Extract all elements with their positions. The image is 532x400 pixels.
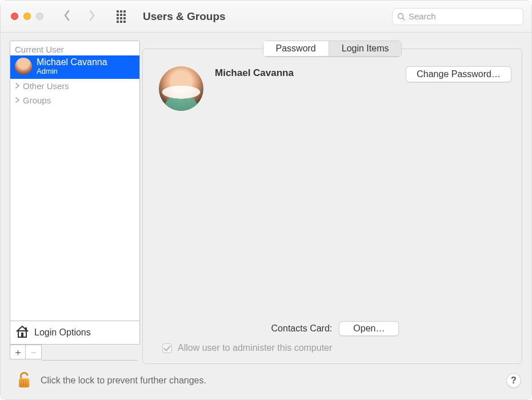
search-icon xyxy=(397,13,405,21)
lock-footer: Click the lock to prevent further change… xyxy=(1,364,531,399)
minimize-window-button[interactable] xyxy=(23,13,31,20)
search-placeholder: Search xyxy=(409,11,436,21)
close-window-button[interactable] xyxy=(11,13,18,20)
svg-line-1 xyxy=(403,18,405,20)
show-all-prefs-button[interactable] xyxy=(115,11,127,22)
lock-footer-text: Click the lock to prevent further change… xyxy=(41,375,206,386)
login-options-button[interactable]: Login Options xyxy=(10,321,139,344)
open-contacts-card-button[interactable]: Open… xyxy=(339,321,399,336)
body: Current User Michael Cavanna Admin Other… xyxy=(1,33,531,364)
sidebar-group-groups[interactable]: Groups xyxy=(10,93,139,107)
add-remove-bar: ＋ － xyxy=(10,345,138,361)
users-sidebar: Current User Michael Cavanna Admin Other… xyxy=(10,41,140,345)
window-title: Users & Groups xyxy=(143,10,226,23)
sidebar-user-role: Admin xyxy=(37,67,107,75)
search-input[interactable]: Search xyxy=(392,8,523,25)
svg-rect-3 xyxy=(21,333,23,337)
sidebar-user-name: Michael Cavanna xyxy=(37,57,107,67)
sidebar-section-current-user: Current User xyxy=(10,41,139,55)
contacts-card-label: Contacts Card: xyxy=(271,323,333,334)
add-user-button[interactable]: ＋ xyxy=(10,345,26,359)
tabs: Password Login Items xyxy=(142,41,522,57)
preferences-window: Users & Groups Search Current User Micha… xyxy=(0,0,532,400)
admin-checkbox-row: Allow user to administer this computer xyxy=(159,343,511,353)
user-display-name: Michael Cavanna xyxy=(215,66,394,79)
zoom-window-button[interactable] xyxy=(36,13,43,20)
remove-user-button[interactable]: － xyxy=(26,345,42,359)
sidebar-item-label: Other Users xyxy=(23,81,69,91)
svg-rect-5 xyxy=(19,378,29,387)
nav-controls xyxy=(63,10,96,23)
chevron-right-icon xyxy=(15,97,21,103)
avatar-icon xyxy=(15,58,32,75)
lock-icon[interactable] xyxy=(17,370,31,391)
admin-checkbox-label: Allow user to administer this computer xyxy=(178,343,332,353)
back-button[interactable] xyxy=(63,10,71,23)
user-header-row: Michael Cavanna Change Password… xyxy=(159,66,511,111)
contacts-card-row: Contacts Card: Open… xyxy=(159,321,511,336)
sidebar-group-other-users[interactable]: Other Users xyxy=(10,79,139,93)
house-icon xyxy=(15,325,30,341)
chevron-right-icon xyxy=(15,83,21,89)
svg-rect-4 xyxy=(25,327,27,330)
user-avatar[interactable] xyxy=(159,66,203,111)
password-panel: Michael Cavanna Change Password… Contact… xyxy=(142,49,522,364)
sidebar-container: Current User Michael Cavanna Admin Other… xyxy=(1,33,138,364)
admin-checkbox xyxy=(162,343,172,353)
help-button[interactable]: ? xyxy=(506,373,521,388)
titlebar: Users & Groups Search xyxy=(1,1,531,33)
window-controls xyxy=(11,13,43,20)
login-options-label: Login Options xyxy=(34,327,91,338)
change-password-button[interactable]: Change Password… xyxy=(406,66,511,82)
main-content: Password Login Items Michael Cavanna Cha… xyxy=(138,33,531,364)
tab-password[interactable]: Password xyxy=(263,41,329,57)
sidebar-current-user-row[interactable]: Michael Cavanna Admin xyxy=(10,55,139,79)
sidebar-item-label: Groups xyxy=(23,95,51,105)
tab-login-items[interactable]: Login Items xyxy=(329,41,402,57)
forward-button[interactable] xyxy=(88,10,96,23)
